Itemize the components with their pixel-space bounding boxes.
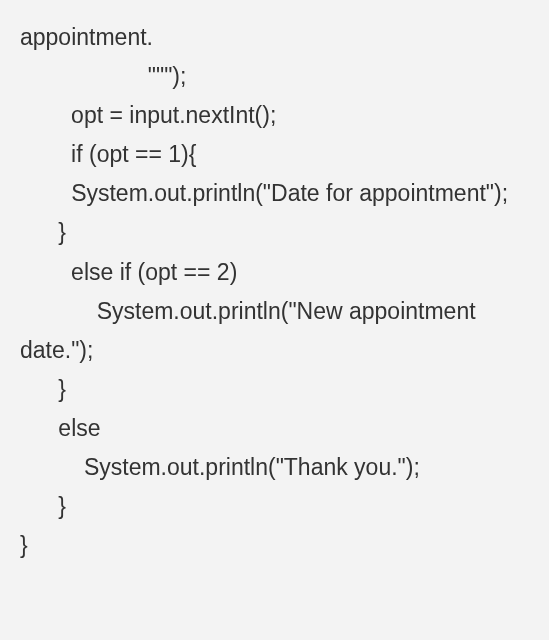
code-line: System.out.println("Date for appointment… xyxy=(20,174,529,213)
code-line: if (opt == 1){ xyxy=(20,135,529,174)
code-line: else xyxy=(20,409,529,448)
code-line: } xyxy=(20,487,529,526)
code-block: appointment. """); opt = input.nextInt()… xyxy=(20,18,529,565)
code-line: appointment. xyxy=(20,18,529,57)
code-text: System.out.println("Date for appointment… xyxy=(71,180,508,206)
code-line: System.out.println("Thank you."); xyxy=(20,448,529,487)
code-line: opt = input.nextInt(); xyxy=(20,96,529,135)
code-line: } xyxy=(20,370,529,409)
code-line: """); xyxy=(20,57,529,96)
code-line: else if (opt == 2) xyxy=(20,253,529,292)
code-line: } xyxy=(20,213,529,252)
code-line: System.out.println("New appointment date… xyxy=(20,292,529,370)
code-line: } xyxy=(20,526,529,565)
